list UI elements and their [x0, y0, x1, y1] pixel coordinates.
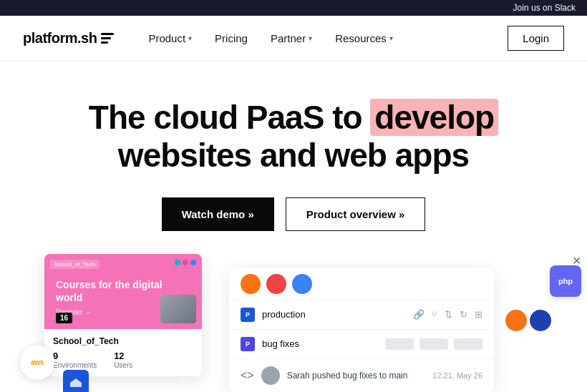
avatar — [292, 274, 312, 294]
top-bar: Join us on Slack — [0, 0, 587, 16]
chevron-down-icon: ▾ — [309, 34, 312, 42]
hero-line2: websites and web apps — [118, 137, 469, 174]
preview-section: School_of_Tech Courses for the digital w… — [0, 254, 587, 392]
nav-label-resources: Resources — [335, 32, 387, 44]
hero-section: The cloud PaaS to develop websites and w… — [0, 62, 587, 254]
card-dots — [175, 260, 196, 265]
aws-badge: aws — [20, 346, 54, 380]
panel-action-icons: 🔗 ⑂ ⇅ ↻ ⊞ — [413, 309, 482, 320]
production-label: production — [262, 309, 406, 320]
nav-item-partner[interactable]: Partner ▾ — [271, 32, 312, 44]
hero-headline: The cloud PaaS to develop websites and w… — [14, 99, 573, 175]
refresh-icon[interactable]: ↻ — [460, 309, 467, 320]
nav-label-pricing: Pricing — [215, 32, 248, 44]
push-message: Sarah pushed bug fixes to main — [287, 371, 426, 381]
product-overview-button[interactable]: Product overview » — [286, 197, 426, 231]
avatars-row — [229, 268, 494, 300]
link-icon[interactable]: 🔗 — [413, 309, 425, 320]
pipeline-panel: P production 🔗 ⑂ ⇅ ↻ ⊞ P bug fixes <> — [229, 268, 494, 392]
school-card: School_of_Tech Courses for the digital w… — [44, 254, 202, 376]
navbar: platform.sh Product ▾ Pricing Partner ▾ … — [0, 16, 587, 62]
code-brackets-icon: <> — [241, 369, 254, 382]
chevron-down-icon: ▾ — [389, 34, 393, 42]
right-avatars-row — [505, 310, 551, 331]
logo[interactable]: platform.sh — [23, 30, 114, 46]
nav-item-product[interactable]: Product ▾ — [148, 32, 192, 44]
card-badge: School_of_Tech — [50, 260, 100, 269]
card-stats: 9 Environments 12 Users — [53, 351, 193, 369]
slack-invite-text[interactable]: Join us on Slack — [513, 3, 576, 13]
watch-demo-button[interactable]: Watch demo » — [162, 197, 274, 231]
grid-icon[interactable]: ⊞ — [475, 309, 482, 320]
aws-text: aws — [31, 358, 43, 366]
hero-highlight: develop — [370, 99, 498, 136]
nav-item-pricing[interactable]: Pricing — [215, 32, 248, 44]
hero-buttons: Watch demo » Product overview » — [14, 197, 573, 231]
bug-fixes-row[interactable]: P bug fixes — [229, 330, 494, 359]
avatar — [266, 274, 286, 294]
logo-icon — [101, 33, 114, 44]
right-avatar-1 — [505, 310, 527, 331]
card-image: School_of_Tech Courses for the digital w… — [44, 254, 202, 329]
push-avatar — [261, 366, 280, 385]
right-avatar-2 — [530, 310, 551, 331]
bottom-logo-badge — [63, 370, 89, 392]
php-text: php — [558, 277, 573, 285]
production-row[interactable]: P production 🔗 ⑂ ⇅ ↻ ⊞ — [229, 300, 494, 330]
push-notification-row: <> Sarah pushed bug fixes to main 12:21,… — [229, 359, 494, 392]
branch-icon: P — [241, 308, 255, 322]
card-name: School_of_Tech — [53, 336, 193, 346]
stat-environments: 9 Environments — [53, 351, 97, 369]
card-info: School_of_Tech 9 Environments 12 Users — [44, 329, 202, 376]
card-thumbnail — [160, 295, 196, 323]
hero-line1: The cloud PaaS to — [89, 99, 371, 136]
card-number: 16 — [56, 313, 72, 323]
env-label: Environments — [53, 361, 97, 369]
env-count: 9 — [53, 351, 97, 361]
nav-label-product: Product — [148, 32, 185, 44]
branch-icon-bug: P — [241, 337, 255, 351]
users-label: Users — [114, 361, 132, 369]
branch-split-icon[interactable]: ⑂ — [432, 309, 437, 320]
nav-links: Product ▾ Pricing Partner ▾ Resources ▾ — [148, 32, 508, 44]
bug-fixes-label: bug fixes — [262, 338, 378, 349]
nav-label-partner: Partner — [271, 32, 306, 44]
nav-item-resources[interactable]: Resources ▾ — [335, 32, 393, 44]
chevron-down-icon: ▾ — [188, 34, 192, 42]
stat-users: 12 Users — [114, 351, 132, 369]
users-count: 12 — [114, 351, 132, 361]
logo-text: platform.sh — [23, 30, 97, 46]
login-button[interactable]: Login — [508, 26, 564, 51]
php-badge: php — [550, 265, 581, 297]
push-timestamp: 12:21, May 26 — [432, 371, 482, 380]
avatar — [241, 274, 261, 294]
merge-icon[interactable]: ⇅ — [445, 309, 452, 320]
